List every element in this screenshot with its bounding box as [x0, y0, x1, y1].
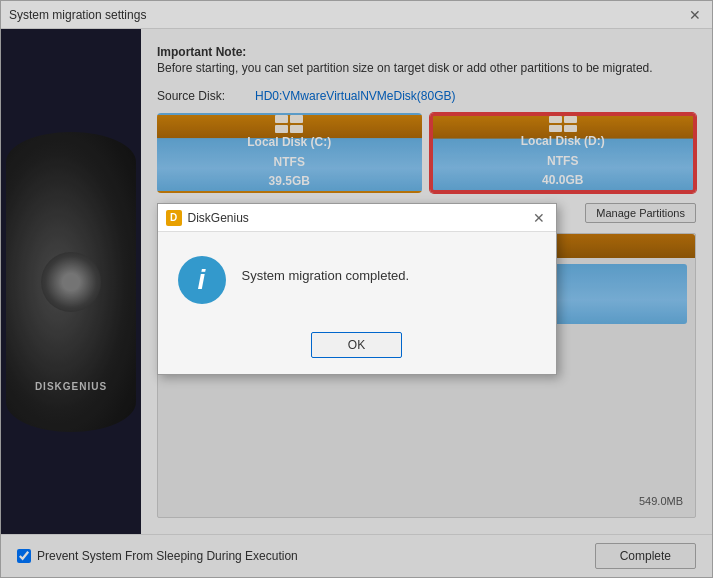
dialog-title-bar: D DiskGenius ✕ [158, 204, 556, 232]
dialog-body: i System migration completed. [158, 232, 556, 324]
dialog-message: System migration completed. [242, 256, 410, 283]
dialog-ok-button[interactable]: OK [311, 332, 402, 358]
dialog-title-area: D DiskGenius [166, 210, 249, 226]
dialog-title-text: DiskGenius [188, 211, 249, 225]
main-window: System migration settings ✕ DISKGENIUS I… [0, 0, 713, 578]
dialog-close-button[interactable]: ✕ [530, 209, 548, 227]
dialog-overlay: D DiskGenius ✕ i System migration comple… [1, 1, 712, 577]
dialog-info-icon: i [178, 256, 226, 304]
dialog-app-icon: D [166, 210, 182, 226]
dialog-box: D DiskGenius ✕ i System migration comple… [157, 203, 557, 375]
dialog-footer: OK [158, 324, 556, 374]
